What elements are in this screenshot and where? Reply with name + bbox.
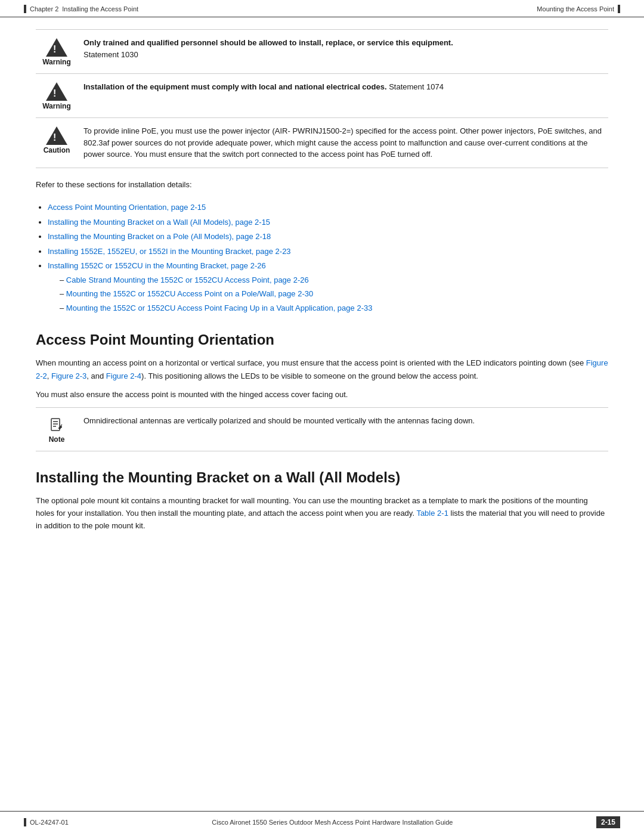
footer-left-bar (24, 818, 26, 826)
sub-link-1[interactable]: Cable Strand Mounting the 1552C or 1552C… (66, 275, 309, 284)
link-3[interactable]: Installing the Mounting Bracket on a Pol… (48, 232, 271, 241)
warning-block-2: Warning Installation of the equipment mu… (36, 74, 608, 118)
sub-list-item: Mounting the 1552C or 1552CU Access Poin… (60, 288, 608, 300)
link-4[interactable]: Installing 1552E, 1552EU, or 1552I in th… (48, 247, 291, 256)
svg-line-4 (61, 425, 62, 426)
link-5[interactable]: Installing 1552C or 1552CU in the Mounti… (48, 261, 266, 270)
section2-para1: The optional pole mount kit contains a m… (36, 494, 608, 532)
header-right-bar (618, 5, 620, 13)
caution-label: Caution (44, 146, 70, 154)
list-item: Access Point Mounting Orientation, page … (48, 202, 608, 213)
warning-label-2: Warning (42, 102, 71, 110)
footer-center-text: Cisco Aironet 1550 Series Outdoor Mesh A… (212, 819, 453, 826)
warning-bold-2: Installation of the equipment must compl… (83, 82, 387, 91)
note-pencil-icon (48, 416, 66, 434)
caution-block: Caution To provide inline PoE, you must … (36, 118, 608, 168)
note-icon: Note (36, 415, 78, 444)
note-block: Note Omnidirectional antennas are vertic… (36, 407, 608, 451)
warning-icon-2: Warning (36, 81, 78, 110)
sub-link-2[interactable]: Mounting the 1552C or 1552CU Access Poin… (66, 289, 313, 298)
warning-statement-2: Statement 1074 (389, 82, 444, 91)
header-chapter: Chapter 2 (30, 5, 58, 13)
warning-text-1: Only trained and qualified personnel sho… (78, 37, 608, 60)
section1-para2: You must also ensure the access point is… (36, 388, 608, 401)
svg-rect-0 (51, 419, 60, 431)
figure-2-3-link[interactable]: Figure 2-3 (51, 371, 86, 380)
list-item: Installing the Mounting Bracket on a Pol… (48, 231, 608, 243)
header-left-bar (24, 5, 26, 13)
warning-text-2: Installation of the equipment must compl… (78, 81, 608, 93)
note-text: Omnidirectional antennas are vertically … (78, 415, 608, 427)
footer-left: OL-24247-01 (24, 818, 69, 826)
header-right-section: Mounting the Access Point (537, 5, 614, 13)
warning-statement-1: Statement 1030 (83, 50, 138, 59)
warning-label-1: Warning (42, 58, 71, 66)
note-label: Note (49, 435, 65, 444)
warning-triangle-1 (46, 38, 67, 57)
caution-text: To provide inline PoE, you must use the … (78, 125, 608, 160)
header-right: Mounting the Access Point (537, 5, 620, 13)
warning-bold-1: Only trained and qualified personnel sho… (83, 38, 453, 47)
sub-link-3[interactable]: Mounting the 1552C or 1552CU Access Poin… (66, 304, 373, 312)
caution-triangle (46, 126, 67, 145)
link-1[interactable]: Access Point Mounting Orientation, page … (48, 203, 206, 212)
sub-list-item: Cable Strand Mounting the 1552C or 1552C… (60, 274, 608, 286)
figure-2-4-link[interactable]: Figure 2-4 (106, 371, 141, 380)
warning-icon-1: Warning (36, 37, 78, 66)
header-chapter-title: Installing the Access Point (62, 5, 138, 13)
warning-block-1: Warning Only trained and qualified perso… (36, 29, 608, 74)
bullet-list: Access Point Mounting Orientation, page … (36, 202, 608, 314)
section1-para1: When mounting an access point on a horiz… (36, 357, 608, 382)
list-item: Installing the Mounting Bracket on a Wal… (48, 216, 608, 228)
caution-icon: Caution (36, 125, 78, 154)
footer-right: 2-15 (596, 816, 620, 828)
sub-bullet-list: Cable Strand Mounting the 1552C or 1552C… (48, 274, 608, 314)
link-2[interactable]: Installing the Mounting Bracket on a Wal… (48, 218, 270, 227)
footer-page-number: 2-15 (596, 816, 620, 828)
table-2-1-link[interactable]: Table 2-1 (416, 509, 448, 518)
warning-triangle-2 (46, 82, 67, 101)
sub-list-item: Mounting the 1552C or 1552CU Access Poin… (60, 302, 608, 314)
intro-text: Refer to these sections for installation… (36, 168, 608, 197)
section2-para1-suffix: lists the material that you will need to… (36, 509, 605, 530)
page-header: Chapter 2 Installing the Access Point Mo… (0, 0, 644, 17)
list-item: Installing 1552E, 1552EU, or 1552I in th… (48, 246, 608, 258)
page-footer: OL-24247-01 Cisco Aironet 1550 Series Ou… (0, 811, 644, 833)
list-item: Installing 1552C or 1552CU in the Mounti… (48, 260, 608, 314)
footer-center: Cisco Aironet 1550 Series Outdoor Mesh A… (212, 819, 453, 826)
section2-heading: Installing the Mounting Bracket on a Wal… (36, 469, 608, 486)
section1-heading: Access Point Mounting Orientation (36, 332, 608, 348)
main-content: Warning Only trained and qualified perso… (0, 17, 644, 574)
header-left: Chapter 2 Installing the Access Point (24, 5, 138, 13)
footer-doc-number: OL-24247-01 (30, 819, 69, 826)
